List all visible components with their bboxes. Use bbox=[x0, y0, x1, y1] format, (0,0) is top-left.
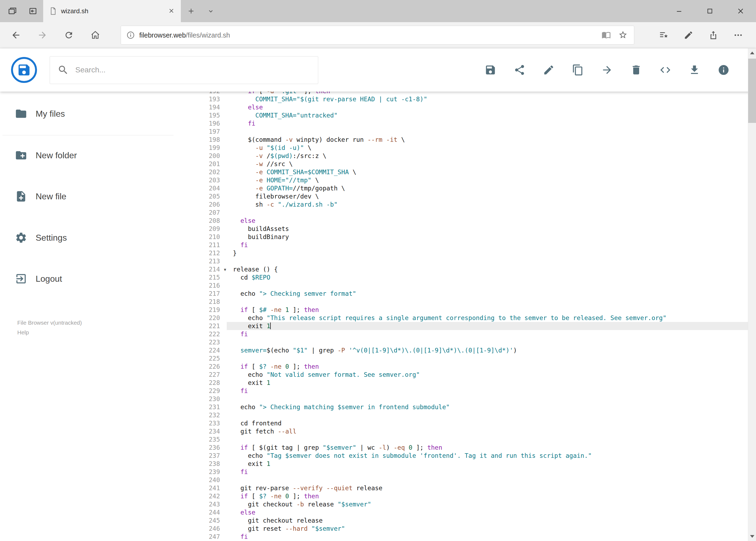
home-icon[interactable] bbox=[82, 22, 109, 48]
code-text[interactable] bbox=[227, 209, 756, 217]
code-text[interactable]: sh -c "./wizard.sh -b" bbox=[227, 201, 756, 209]
tab-close-icon[interactable] bbox=[168, 7, 175, 15]
code-text[interactable]: cd $REPO bbox=[227, 273, 756, 281]
code-text[interactable]: if [ $? -ne 0 ]; then bbox=[227, 492, 756, 500]
filebrowser-logo[interactable] bbox=[11, 57, 37, 83]
code-text[interactable] bbox=[227, 128, 756, 136]
code-text[interactable]: -e COMMIT_SHA=$COMMIT_SHA \ bbox=[227, 168, 756, 176]
code-text[interactable] bbox=[227, 395, 756, 403]
code-text[interactable]: -u "$(id -u)" \ bbox=[227, 144, 756, 152]
move-button[interactable] bbox=[598, 61, 616, 79]
code-text[interactable]: buildBinary bbox=[227, 233, 756, 241]
forward-icon[interactable] bbox=[29, 22, 56, 48]
code-text[interactable]: fi bbox=[227, 468, 756, 476]
download-button[interactable] bbox=[685, 61, 704, 79]
sidebar-item-my-files[interactable]: My files bbox=[0, 99, 195, 129]
web-note-pen-icon[interactable] bbox=[676, 22, 701, 48]
code-text[interactable] bbox=[227, 476, 756, 484]
code-text[interactable]: fi bbox=[227, 330, 756, 338]
code-text[interactable]: -v /$(pwd):/src:z \ bbox=[227, 152, 756, 160]
code-text[interactable]: git fetch --all bbox=[227, 427, 756, 435]
code-text[interactable]: else bbox=[227, 508, 756, 516]
scroll-up-icon[interactable] bbox=[748, 48, 756, 58]
code-text[interactable]: -w //src \ bbox=[227, 160, 756, 168]
code-text[interactable]: echo "> Checking matching $semver in fro… bbox=[227, 403, 756, 411]
code-text[interactable]: exit 1 bbox=[227, 379, 756, 387]
code-editor[interactable]: 192 if [ -d ".git" ]; then193 COMMIT_SHA… bbox=[195, 92, 756, 541]
code-text[interactable]: if [ -d ".git" ]; then bbox=[227, 92, 756, 95]
code-text[interactable]: else bbox=[227, 103, 756, 111]
scrollbar-thumb[interactable] bbox=[748, 59, 756, 123]
code-text[interactable]: fi bbox=[227, 119, 756, 128]
browser-tab[interactable]: wizard.sh bbox=[43, 0, 181, 22]
code-text[interactable]: -e GOPATH=//tmp/gopath \ bbox=[227, 184, 756, 192]
refresh-icon[interactable] bbox=[56, 22, 82, 48]
sidebar-item-logout[interactable]: Logout bbox=[0, 264, 195, 293]
save-button[interactable] bbox=[481, 61, 500, 79]
tabs-preview-icon[interactable] bbox=[23, 0, 43, 22]
code-text[interactable] bbox=[227, 411, 756, 419]
code-button[interactable] bbox=[656, 61, 674, 79]
code-text[interactable]: exit 1 bbox=[227, 460, 756, 468]
sidebar-item-new-file[interactable]: New file bbox=[0, 182, 195, 211]
code-text[interactable]: release () { bbox=[227, 265, 756, 273]
code-text[interactable]: filebrowser/dev \ bbox=[227, 192, 756, 201]
edit-button[interactable] bbox=[540, 61, 558, 79]
code-text[interactable]: exit 1 bbox=[227, 322, 756, 330]
close-icon[interactable] bbox=[725, 0, 756, 22]
set-aside-tabs-icon[interactable] bbox=[2, 0, 23, 22]
code-text[interactable]: cd frontend bbox=[227, 419, 756, 427]
reading-view-icon[interactable] bbox=[602, 30, 611, 40]
code-text[interactable]: echo "Tag $semver does not exist in subm… bbox=[227, 452, 756, 460]
code-text[interactable] bbox=[227, 435, 756, 443]
code-text[interactable]: buildAssets bbox=[227, 225, 756, 233]
search-bar[interactable] bbox=[50, 56, 318, 84]
sidebar-item-new-folder[interactable]: New folder bbox=[0, 141, 195, 170]
code-text[interactable]: fi bbox=[227, 387, 756, 395]
code-text[interactable] bbox=[227, 354, 756, 362]
code-text[interactable]: echo "This release script requires a sin… bbox=[227, 314, 756, 322]
code-text[interactable]: git checkout -b release "$semver" bbox=[227, 500, 756, 508]
code-text[interactable]: } bbox=[227, 249, 756, 257]
hub-icon[interactable] bbox=[651, 22, 676, 48]
new-tab-icon[interactable] bbox=[181, 0, 201, 22]
code-text[interactable]: COMMIT_SHA="$(git rev-parse HEAD | cut -… bbox=[227, 95, 756, 103]
search-input[interactable] bbox=[75, 66, 310, 74]
scroll-down-icon[interactable] bbox=[748, 532, 756, 541]
code-text[interactable]: git rev-parse --verify --quiet release bbox=[227, 484, 756, 492]
favorite-star-icon[interactable] bbox=[619, 30, 628, 40]
code-text[interactable]: if [ $(git tag | grep "$semver" | wc -l)… bbox=[227, 443, 756, 452]
delete-button[interactable] bbox=[627, 61, 645, 79]
tab-list-chevron-icon[interactable] bbox=[201, 0, 220, 22]
code-text[interactable] bbox=[227, 338, 756, 346]
help-link[interactable]: Help bbox=[17, 327, 82, 337]
code-text[interactable]: echo "Not valid semver format. See semve… bbox=[227, 370, 756, 379]
code-text[interactable]: semver=$(echo "$1" | grep -P '^v(0|[1-9]… bbox=[227, 346, 756, 354]
code-text[interactable]: else bbox=[227, 217, 756, 225]
vertical-scrollbar[interactable] bbox=[748, 48, 756, 541]
share-icon[interactable] bbox=[701, 22, 726, 48]
info-button[interactable] bbox=[714, 61, 733, 79]
share-button[interactable] bbox=[510, 61, 529, 79]
maximize-icon[interactable] bbox=[694, 0, 725, 22]
code-text[interactable]: git checkout release bbox=[227, 516, 756, 525]
sidebar-item-settings[interactable]: Settings bbox=[0, 223, 195, 253]
code-text[interactable]: echo "> Checking semver format" bbox=[227, 289, 756, 297]
code-text[interactable]: $(command -v winpty) docker run --rm -it… bbox=[227, 136, 756, 144]
more-options-icon[interactable] bbox=[726, 22, 751, 48]
site-info-icon[interactable] bbox=[126, 31, 135, 39]
minimize-icon[interactable] bbox=[664, 0, 694, 22]
code-text[interactable]: git reset --hard "$semver" bbox=[227, 525, 756, 533]
code-text[interactable] bbox=[227, 257, 756, 265]
code-text[interactable] bbox=[227, 281, 756, 289]
fold-arrow-icon[interactable]: ▾ bbox=[224, 266, 226, 273]
code-text[interactable]: if [ $? -ne 0 ]; then bbox=[227, 362, 756, 370]
code-text[interactable] bbox=[227, 297, 756, 306]
code-text[interactable]: fi bbox=[227, 241, 756, 249]
code-text[interactable]: COMMIT_SHA="untracked" bbox=[227, 111, 756, 119]
code-text[interactable]: -e HOME="//tmp" \ bbox=[227, 176, 756, 184]
copy-button[interactable] bbox=[569, 61, 587, 79]
address-bar[interactable]: filebrowser.web/files/wizard.sh bbox=[121, 26, 634, 45]
back-icon[interactable] bbox=[3, 22, 29, 48]
code-text[interactable]: fi bbox=[227, 533, 756, 541]
